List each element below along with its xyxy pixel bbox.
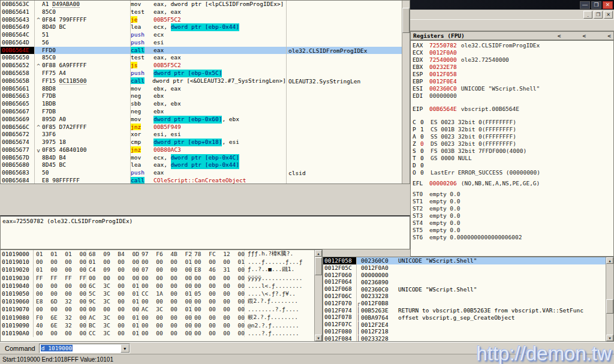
scroll-down-icon[interactable]: ▼: [606, 335, 613, 341]
disasm-row[interactable]: 00B656743975 18cmpdword ptr [ebp+0x18], …: [1, 139, 410, 146]
disasm-row[interactable]: 00B6565085C0testeax, eax: [1, 54, 410, 62]
command-dropdown-icon[interactable]: ▼: [121, 344, 130, 353]
dump-row[interactable]: 01019080F0 6E 32 00AC 3C 00 0100 00 00 0…: [1, 314, 322, 321]
dump-scrollbar[interactable]: ▲▼: [314, 250, 322, 341]
disasm-row[interactable]: 00B656808D45 BCleaeax, dword ptr [ebp-0x…: [1, 161, 410, 169]
maximize-button[interactable]: ❐: [591, 1, 601, 9]
stack-row[interactable]: 0012F080│0012F218: [323, 328, 613, 335]
disasm-row[interactable]: 00B6564D56pushesi: [1, 39, 410, 47]
collapse-icon[interactable]: <: [583, 32, 586, 39]
flag-row[interactable]: A0SS 0023 32bit 0(FFFFFFFF): [413, 133, 613, 140]
disasm-row[interactable]: 00B6566C^0F85 D7A2FFFFjnz00B5F949: [1, 124, 410, 131]
stack-row[interactable]: 0012F05C0012F0A0: [323, 264, 613, 272]
disasm-row[interactable]: 00B65677v0F85 46B40100jnz00B80AC3: [1, 146, 410, 154]
fpu-row[interactable]: ST0empty 0.0: [413, 191, 613, 198]
disasm-row[interactable]: 00B6565BFF15 0C11B500calldword ptr [<&OL…: [1, 77, 410, 85]
collapse-icon[interactable]: <: [558, 32, 561, 39]
flag-row[interactable]: P1CS 001B 32bit 0(FFFFFFFF): [413, 126, 613, 133]
dump-row[interactable]: 01019060E8 6D 32 009C 3C 00 0100 00 00 0…: [1, 297, 322, 305]
scroll-up-icon[interactable]: ▲: [606, 257, 613, 264]
dump-row[interactable]: 0101904000 00 00 006C 3C 00 0100 00 00 0…: [1, 282, 322, 290]
register-row[interactable]: EBP0012F0E4: [413, 78, 613, 85]
stack-scrollbar[interactable]: ▲▼: [606, 257, 613, 341]
flag-row[interactable]: D0: [413, 162, 613, 169]
flag-row[interactable]: T0GS 0000 NULL: [413, 155, 613, 162]
scroll-thumb[interactable]: [402, 8, 410, 33]
disasm-row[interactable]: 00B65643^0F84 799FFFFFje00B5F5C2: [1, 16, 410, 24]
dump-row[interactable]: 010190A000 00 00 00CC 3C 00 0100 00 00 0…: [1, 329, 322, 337]
collapse-icon[interactable]: <: [607, 32, 611, 39]
dump-row[interactable]: 0101905000 00 00 005C 3C 00 01CC 1A 00 0…: [1, 290, 322, 297]
fpu-row[interactable]: ST2empty 0.0: [413, 205, 613, 212]
stack-row[interactable]: 0012F074│00B5263ERETURN to vbscript.00B5…: [323, 307, 613, 314]
register-row[interactable]: EDI00000000: [413, 92, 613, 100]
register-row[interactable]: ECX0012F0A0: [413, 49, 613, 56]
disassembly-pane[interactable]: 00B6563CA1 D49ABA00moveax, dword ptr [<l…: [0, 0, 410, 184]
dump-row[interactable]: 0101902001 00 00 00C4 09 00 0007 00 00 0…: [1, 266, 322, 273]
disasm-row[interactable]: 00B65652^0F88 6A9FFFFFjs00B5F5C2: [1, 62, 410, 70]
dump-bytes: 00 00 00 00: [34, 290, 86, 297]
fpu-row[interactable]: ST6empty 0.0000000000000006002: [413, 234, 613, 241]
disasm-row[interactable]: 00B6563CA1 D49ABA00moveax, dword ptr [<l…: [1, 1, 410, 8]
dump-row[interactable]: 0101907000 00 00 0000 00 00 00AC 3C 00 0…: [1, 305, 322, 313]
stack-row[interactable]: 0012F084│00233228: [323, 335, 613, 342]
register-row[interactable]: EAX72550782ole32.CLSIDFromProgIDEx: [413, 42, 613, 49]
dump-row[interactable]: 01019030FF FF FF FF00 00 00 0000 00 00 0…: [1, 274, 322, 282]
disasm-row[interactable]: 00B65667F7DBnegebx: [1, 108, 410, 116]
stack-row[interactable]: 0012F06000000000: [323, 272, 613, 279]
scroll-thumb[interactable]: [606, 299, 613, 314]
scroll-up-icon[interactable]: ▲: [315, 250, 322, 257]
registers-pane[interactable]: EAX72550782ole32.CLSIDFromProgIDExECX001…: [410, 40, 614, 257]
stack-row[interactable]: 0012F06400236890: [323, 278, 613, 285]
disasm-row[interactable]: 00B656498D4D BCleaecx, dword ptr [ebp-0x…: [1, 23, 410, 31]
flag-row[interactable]: O0LastErr ERROR_SUCCESS (00000000): [413, 169, 613, 176]
stack-row[interactable]: 0012F078│00BA9764offset vbscript.g_sep_C…: [323, 314, 613, 321]
stack-row[interactable]: 0012F068002360C0UNICODE "WScript.Shell": [323, 285, 613, 293]
flag-row[interactable]: Z0DS 0023 32bit 0(FFFFFFFF): [413, 140, 613, 148]
stack-row[interactable]: 0012F058002360C0UNICODE "WScript.Shell": [323, 257, 613, 264]
eip-row[interactable]: EIP00B6564Evbscript.00B6564E: [413, 106, 613, 113]
dump-row[interactable]: 0101900001 01 01 0068 09 B4 0D97 F6 4B F…: [1, 250, 322, 258]
command-input[interactable]: d 1019000 ▼: [39, 344, 130, 353]
disasm-row[interactable]: 00B656618BD8movebx, eax: [1, 85, 410, 93]
disasm-row[interactable]: 00B65658FF75 A4pushdword ptr [ebp-0x5C]: [1, 70, 410, 77]
disasm-row[interactable]: 00B656651BDBsbbebx, ebx: [1, 100, 410, 108]
register-row[interactable]: ESI002360C0UNICODE "WScript.Shell": [413, 85, 613, 92]
child-close-button[interactable]: ✕: [604, 11, 613, 19]
disasm-row[interactable]: 00B6568350pusheaxclsid: [1, 169, 410, 177]
register-value: 0012F0E4: [429, 78, 457, 85]
disasm-row[interactable]: 00B6567D8B4D B4movecx, dword ptr [ebp-0x…: [1, 154, 410, 162]
stack-pane[interactable]: 0012F058002360C0UNICODE "WScript.Shell"0…: [323, 257, 614, 342]
disasm-row[interactable]: 00B65669895D A0movdword ptr [ebp-0x60], …: [1, 116, 410, 124]
stack-row[interactable]: 0012F070┌0012F0B8: [323, 300, 613, 307]
minimize-button[interactable]: —: [580, 1, 590, 9]
fpu-row[interactable]: ST3empty 0.0: [413, 212, 613, 219]
scroll-thumb[interactable]: [315, 257, 322, 275]
disasm-row[interactable]: 00B65684E8 98FFFFFFcallCOleScript::CanCr…: [1, 177, 410, 184]
child-restore-button[interactable]: ❐: [594, 11, 603, 19]
close-button[interactable]: ✕: [603, 1, 613, 9]
flag-row[interactable]: C0ES 0023 32bit 0(FFFFFFFF): [413, 119, 613, 126]
dump-row[interactable]: 0101909040 6E 32 00BC 3C 00 0100 00 00 0…: [1, 321, 322, 329]
register-row[interactable]: EDX72540000ole32.72540000: [413, 56, 613, 64]
efl-row[interactable]: EFL00000206(NO,NB,NE,A,NS,PE,GE,G): [413, 180, 613, 187]
stack-row[interactable]: 0012F07C│0012F2E4: [323, 321, 613, 328]
flag-row[interactable]: S0FS 003B 32bit 7FFDF000(4000): [413, 148, 613, 155]
disasm-row[interactable]: 00B6564C51pushecx: [1, 31, 410, 39]
stack-row[interactable]: 0012F06C00233228: [323, 293, 613, 300]
disasm-row[interactable]: 00B6567233F6xoresi, esi: [1, 131, 410, 139]
dump-row[interactable]: 0101901000 00 00 0001 00 00 0000 00 00 0…: [1, 258, 322, 266]
operand: eax: [154, 47, 164, 55]
disasm-row[interactable]: 00B6564185C0testeax, eax: [1, 8, 410, 16]
scroll-down-icon[interactable]: ▼: [315, 335, 322, 341]
fpu-row[interactable]: ST1empty 0.0: [413, 198, 613, 205]
memory-dump-pane[interactable]: 0101900001 01 01 0068 09 B4 0D97 F6 4B F…: [0, 249, 323, 342]
register-row[interactable]: ESP0012F058: [413, 71, 613, 78]
fpu-row[interactable]: ST5empty 0.0: [413, 227, 613, 234]
child-minimize-button[interactable]: ˍ: [583, 11, 592, 19]
register-row[interactable]: EBX00232E78: [413, 64, 613, 71]
fpu-row[interactable]: ST4empty 0.0: [413, 219, 613, 227]
disasm-row[interactable]: 00B6564EFFD0calleaxole32.CLSIDFromProgID…: [1, 47, 410, 55]
disasm-scrollbar[interactable]: [402, 1, 410, 183]
disasm-row[interactable]: 00B65663F7DBnegebx: [1, 92, 410, 100]
